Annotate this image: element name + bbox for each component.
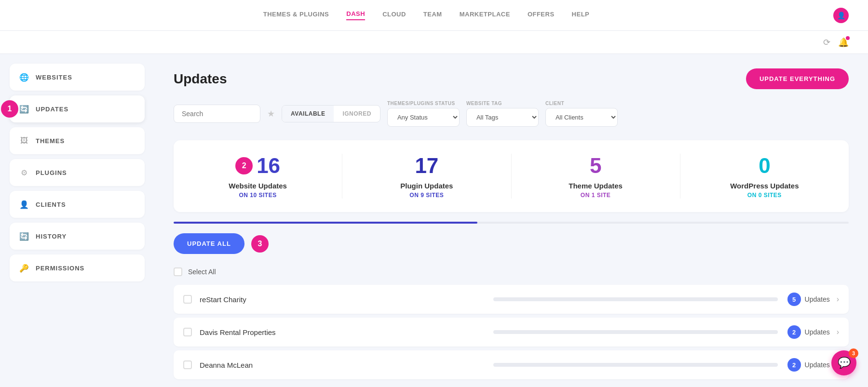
stat-website-badge: 2: [235, 157, 253, 174]
select-all-label: Select All: [188, 268, 216, 276]
progress-bar: [174, 222, 849, 224]
site-row-2[interactable]: Deanna McLean 2 Updates ›: [174, 350, 849, 379]
site-row-1[interactable]: Davis Rental Properties 2 Updates ›: [174, 318, 849, 347]
star-icon[interactable]: ★: [267, 108, 275, 119]
sidebar-item-plugins[interactable]: ⚙ PLUGINS: [10, 159, 145, 186]
nav-themes-plugins[interactable]: THEMES & PLUGINS: [263, 11, 329, 20]
history-icon: 🔄: [19, 231, 29, 241]
sidebar-label-clients: CLIENTS: [36, 201, 66, 208]
step-badge: 3: [251, 235, 269, 253]
tab-ignored[interactable]: IGNORED: [334, 106, 380, 122]
notification-icon[interactable]: 🔔: [838, 37, 849, 48]
stat-theme-number: 5: [590, 154, 601, 178]
sidebar-item-permissions[interactable]: 🔑 PERMISSIONS: [10, 254, 145, 281]
websites-icon: 🌐: [19, 72, 29, 82]
sidebar: 🌐 WEBSITES 1 🔄 UPDATES 🖼 THEMES ⚙ PLUGIN…: [0, 54, 154, 387]
plugins-icon: ⚙: [19, 168, 29, 177]
sidebar-clients-wrapper: 👤 CLIENTS: [10, 191, 145, 218]
sidebar-websites-wrapper: 🌐 WEBSITES: [10, 64, 145, 91]
stats-row: 2 16 Website Updates ON 10 SITES 17 Plug…: [174, 140, 849, 212]
stat-plugin-updates: 17 Plugin Updates ON 9 SITES: [342, 154, 511, 199]
site-updates-text-2: Updates: [805, 361, 830, 369]
stat-plugin-number: 17: [415, 154, 438, 178]
site-bar-1: [493, 330, 777, 334]
sidebar-plugins-wrapper: ⚙ PLUGINS: [10, 159, 145, 186]
stat-website-updates: 2 16 Website Updates ON 10 SITES: [174, 154, 342, 199]
tag-filter-group: WEBSITE TAG All Tags: [466, 101, 539, 127]
tab-available[interactable]: AVAILABLE: [282, 106, 334, 122]
nav-help[interactable]: HELP: [572, 11, 590, 20]
tag-select[interactable]: All Tags: [466, 108, 539, 127]
page-title: Updates: [174, 71, 227, 87]
site-updates-badge-0: 5: [787, 293, 801, 306]
top-nav: THEMES & PLUGINS DASH CLOUD TEAM MARKETP…: [0, 0, 868, 31]
client-select[interactable]: All Clients: [545, 108, 618, 127]
tab-group: AVAILABLE IGNORED: [282, 105, 380, 122]
stat-website-number-wrap: 2 16: [235, 154, 280, 178]
stat-wp-label: WordPress Updates: [730, 182, 799, 190]
select-all-checkbox[interactable]: [174, 267, 182, 276]
sidebar-item-themes[interactable]: 🖼 THEMES: [10, 127, 145, 154]
nav-offers[interactable]: OFFERS: [528, 11, 555, 20]
nav-right: 👤: [833, 8, 849, 23]
client-filter-group: CLIENT All Clients: [545, 101, 618, 127]
content-header: Updates UPDATE EVERYTHING: [174, 68, 849, 89]
chevron-down-icon-1: ›: [837, 328, 839, 336]
stat-theme-updates: 5 Theme Updates ON 1 SITE: [512, 154, 680, 199]
update-all-row: UPDATE ALL 3: [174, 233, 849, 254]
stat-plugin-number-wrap: 17: [415, 154, 438, 178]
sidebar-item-websites[interactable]: 🌐 WEBSITES: [10, 64, 145, 91]
site-bar-2: [493, 363, 777, 367]
chevron-down-icon-0: ›: [837, 295, 839, 304]
status-filter-label: THEMES/PLUGINS STATUS: [387, 101, 460, 106]
status-select[interactable]: Any Status: [387, 108, 460, 127]
nav-dash[interactable]: DASH: [346, 10, 365, 20]
site-name-0: reStart Charity: [200, 295, 484, 304]
stat-plugin-label: Plugin Updates: [400, 182, 453, 190]
site-name-1: Davis Rental Properties: [200, 328, 484, 336]
themes-icon: 🖼: [19, 136, 29, 146]
site-row-0[interactable]: reStart Charity 5 Updates ›: [174, 285, 849, 314]
sub-nav: ⟳ 🔔: [0, 31, 868, 54]
sidebar-updates-wrapper: 1 🔄 UPDATES: [10, 95, 145, 122]
update-all-button[interactable]: UPDATE ALL: [174, 233, 244, 254]
tag-filter-label: WEBSITE TAG: [466, 101, 539, 106]
refresh-icon[interactable]: ⟳: [823, 37, 830, 48]
sidebar-permissions-wrapper: 🔑 PERMISSIONS: [10, 254, 145, 281]
nav-team[interactable]: TEAM: [423, 11, 442, 20]
select-all-row: Select All: [174, 262, 849, 282]
sidebar-label-updates: UPDATES: [36, 106, 68, 113]
nav-cloud[interactable]: CLOUD: [382, 11, 406, 20]
stat-website-sub: ON 10 SITES: [239, 192, 277, 199]
nav-marketplace[interactable]: MARKETPLACE: [460, 11, 510, 20]
stat-wp-number-wrap: 0: [759, 154, 770, 178]
main-content: Updates UPDATE EVERYTHING ★ AVAILABLE IG…: [154, 54, 868, 387]
chat-widget[interactable]: 💬 3: [831, 350, 856, 375]
client-filter-label: CLIENT: [545, 101, 618, 106]
update-everything-button[interactable]: UPDATE EVERYTHING: [746, 68, 849, 89]
status-filter-group: THEMES/PLUGINS STATUS Any Status: [387, 101, 460, 127]
chat-icon: 💬: [838, 357, 851, 369]
avatar-icon: 👤: [837, 12, 845, 19]
stat-plugin-sub: ON 9 SITES: [409, 192, 444, 199]
site-checkbox-0[interactable]: [183, 295, 192, 304]
sidebar-label-history: HISTORY: [36, 233, 67, 240]
site-checkbox-1[interactable]: [183, 328, 192, 336]
nav-links: THEMES & PLUGINS DASH CLOUD TEAM MARKETP…: [19, 10, 833, 20]
site-checkbox-2[interactable]: [183, 360, 192, 369]
sidebar-item-clients[interactable]: 👤 CLIENTS: [10, 191, 145, 218]
sidebar-item-history[interactable]: 🔄 HISTORY: [10, 223, 145, 250]
sidebar-label-websites: WEBSITES: [36, 74, 72, 81]
sidebar-label-plugins: PLUGINS: [36, 169, 67, 176]
site-bar-0: [493, 297, 777, 301]
sidebar-badge: 1: [1, 100, 18, 118]
filters-row: ★ AVAILABLE IGNORED THEMES/PLUGINS STATU…: [174, 101, 849, 127]
stat-wp-sub: ON 0 SITES: [747, 192, 782, 199]
search-input[interactable]: [174, 105, 260, 123]
avatar[interactable]: 👤: [833, 8, 849, 23]
sidebar-item-updates[interactable]: 🔄 UPDATES: [10, 95, 145, 122]
clients-icon: 👤: [19, 200, 29, 209]
site-updates-badge-2: 2: [787, 358, 801, 372]
main-layout: 🌐 WEBSITES 1 🔄 UPDATES 🖼 THEMES ⚙ PLUGIN…: [0, 54, 868, 387]
site-updates-text-0: Updates: [805, 295, 830, 303]
